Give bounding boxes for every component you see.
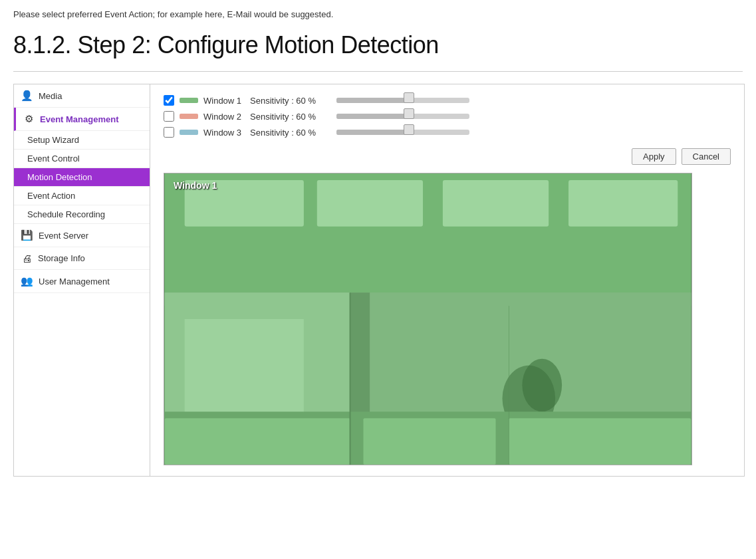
sidebar-sub-item-event-action[interactable]: Event Action — [14, 187, 150, 205]
user-management-label: User Management — [39, 277, 110, 286]
event-management-label: Event Management — [40, 114, 118, 124]
window-row-2: Window 2Sensitivity : 60 % — [164, 111, 731, 122]
event-management-icon: ⚙ — [23, 113, 35, 125]
window-row-1: Window 1Sensitivity : 60 % — [164, 95, 731, 106]
slider-track-3 — [336, 130, 469, 135]
slider-thumb-1[interactable] — [404, 92, 414, 103]
window-label-1: Window 1 — [203, 96, 250, 106]
sensitivity-label-3: Sensitivity : 60 % — [250, 128, 336, 138]
section-title: 8.1.2. Step 2: Configure Motion Detectio… — [13, 31, 743, 59]
camera-preview: Window 1 — [164, 173, 692, 465]
sidebar-sub-item-schedule-recording[interactable]: Schedule Recording — [14, 205, 150, 224]
main-content: Window 1Sensitivity : 60 %Window 2Sensit… — [150, 84, 744, 476]
sidebar-item-event-management[interactable]: ⚙Event Management — [14, 108, 150, 131]
ui-container: 👤Media⚙Event ManagementSetup WizardEvent… — [13, 84, 745, 477]
sidebar-sub-item-event-control[interactable]: Event Control — [14, 150, 150, 168]
slider-thumb-2[interactable] — [404, 108, 414, 119]
slider-track-2 — [336, 114, 469, 119]
storage-info-icon: 🖨 — [21, 253, 33, 264]
slider-track-1 — [336, 98, 469, 103]
event-server-label: Event Server — [39, 231, 88, 241]
apply-button[interactable]: Apply — [632, 148, 676, 165]
media-icon: 👤 — [21, 90, 33, 102]
sidebar-sub-item-motion-detection[interactable]: Motion Detection — [14, 168, 150, 187]
sidebar-item-user-management[interactable]: 👥User Management — [14, 270, 150, 293]
buttons-row: Apply Cancel — [164, 148, 731, 165]
slider-filled-2 — [336, 114, 410, 119]
sensitivity-label-2: Sensitivity : 60 % — [250, 112, 336, 122]
sidebar-item-media[interactable]: 👤Media — [14, 84, 150, 108]
window-checkbox-2[interactable] — [164, 111, 174, 122]
window-row-3: Window 3Sensitivity : 60 % — [164, 127, 731, 138]
sensitivity-slider-1[interactable] — [336, 95, 469, 106]
intro-text: Please select preferred Event Action; fo… — [13, 9, 743, 19]
event-server-icon: 💾 — [21, 229, 33, 241]
section-divider — [13, 71, 743, 72]
camera-window-label: Window 1 — [174, 180, 217, 191]
cancel-button[interactable]: Cancel — [682, 148, 731, 165]
window-color-3 — [180, 130, 198, 135]
media-label: Media — [39, 91, 62, 101]
sidebar-sub-item-setup-wizard[interactable]: Setup Wizard — [14, 131, 150, 150]
window-label-2: Window 2 — [203, 112, 250, 122]
window-checkbox-3[interactable] — [164, 127, 174, 138]
slider-filled-1 — [336, 98, 410, 103]
user-management-icon: 👥 — [21, 275, 33, 287]
sidebar-item-event-server[interactable]: 💾Event Server — [14, 224, 150, 247]
slider-thumb-3[interactable] — [404, 124, 414, 135]
windows-table: Window 1Sensitivity : 60 %Window 2Sensit… — [164, 95, 731, 138]
svg-rect-19 — [165, 173, 691, 465]
window-color-2 — [180, 114, 198, 119]
window-color-1 — [180, 98, 198, 103]
window-label-3: Window 3 — [203, 128, 250, 138]
sidebar-item-storage-info[interactable]: 🖨Storage Info — [14, 247, 150, 270]
sensitivity-slider-2[interactable] — [336, 111, 469, 122]
sensitivity-slider-3[interactable] — [336, 127, 469, 138]
sidebar: 👤Media⚙Event ManagementSetup WizardEvent… — [14, 84, 150, 476]
sensitivity-label-1: Sensitivity : 60 % — [250, 96, 336, 106]
window-checkbox-1[interactable] — [164, 95, 174, 106]
storage-info-label: Storage Info — [38, 253, 85, 263]
slider-filled-3 — [336, 130, 410, 135]
